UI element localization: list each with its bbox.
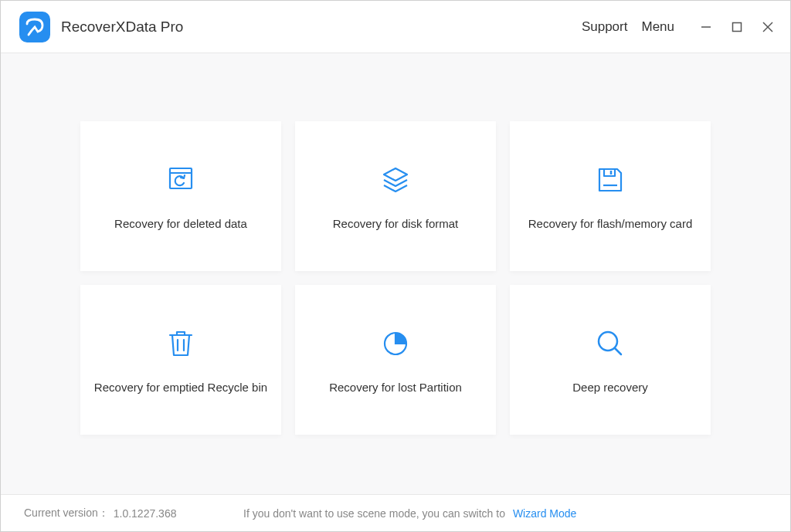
recovery-tiles-grid: Recovery for deleted data Recovery for d… — [80, 121, 711, 435]
tile-label: Recovery for deleted data — [114, 217, 247, 230]
tile-recycle-bin[interactable]: Recovery for emptied Recycle bin — [80, 285, 281, 435]
save-disk-icon — [593, 163, 627, 197]
tile-label: Deep recovery — [572, 381, 648, 394]
restore-file-icon — [164, 163, 198, 197]
version-value: 1.0.1227.368 — [114, 507, 177, 520]
magnifier-icon — [593, 327, 627, 361]
tile-deleted-data[interactable]: Recovery for deleted data — [80, 121, 281, 271]
close-button[interactable] — [761, 20, 775, 34]
tile-label: Recovery for emptied Recycle bin — [94, 381, 267, 394]
pie-chart-icon — [379, 327, 412, 361]
svg-rect-1 — [733, 22, 742, 31]
titlebar: RecoverXData Pro Support Menu — [1, 1, 790, 53]
tile-label: Recovery for disk format — [333, 217, 459, 230]
close-icon — [762, 22, 773, 32]
tile-deep-recovery[interactable]: Deep recovery — [510, 285, 711, 435]
window-controls — [699, 20, 775, 34]
support-link[interactable]: Support — [582, 19, 628, 35]
footer: Current version： 1.0.1227.368 If you don… — [1, 494, 790, 531]
svg-rect-5 — [604, 169, 615, 176]
tile-label: Recovery for lost Partition — [329, 381, 462, 394]
wizard-mode-link[interactable]: Wizard Mode — [513, 507, 576, 520]
switch-mode-text: If you don't want to use scene mode, you… — [243, 507, 505, 520]
content-area: Recovery for deleted data Recovery for d… — [1, 53, 790, 494]
svg-line-12 — [615, 348, 621, 354]
maximize-button[interactable] — [730, 20, 744, 34]
layers-icon — [379, 163, 412, 197]
tile-flash-memory[interactable]: Recovery for flash/memory card — [510, 121, 711, 271]
menu-link[interactable]: Menu — [641, 19, 674, 35]
minimize-icon — [701, 22, 711, 32]
trash-icon — [164, 327, 198, 361]
app-title: RecoverXData Pro — [61, 19, 582, 36]
version-label: Current version： — [24, 507, 109, 520]
app-logo-icon — [19, 12, 50, 42]
footer-text: If you don't want to use scene mode, you… — [176, 507, 643, 520]
app-window: RecoverXData Pro Support Menu — [0, 0, 791, 532]
maximize-icon — [732, 22, 742, 32]
tile-disk-format[interactable]: Recovery for disk format — [295, 121, 496, 271]
tile-lost-partition[interactable]: Recovery for lost Partition — [295, 285, 496, 435]
minimize-button[interactable] — [699, 20, 713, 34]
tile-label: Recovery for flash/memory card — [528, 217, 693, 230]
